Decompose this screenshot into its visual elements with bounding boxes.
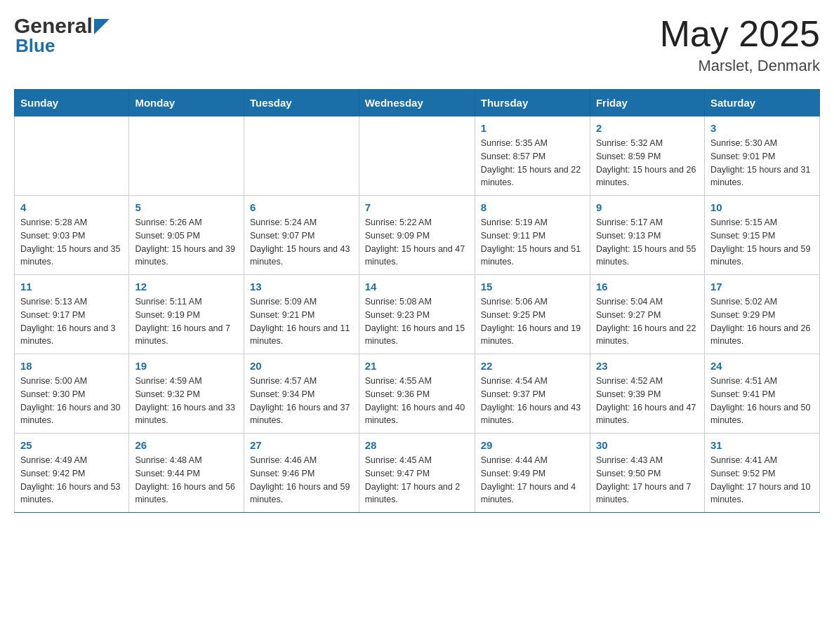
day-info: Sunrise: 4:41 AMSunset: 9:52 PMDaylight:…	[710, 454, 814, 507]
calendar-cell	[359, 116, 475, 196]
calendar-cell: 6Sunrise: 5:24 AMSunset: 9:07 PMDaylight…	[244, 196, 359, 275]
day-info: Sunrise: 4:51 AMSunset: 9:41 PMDaylight:…	[710, 375, 814, 427]
calendar-cell: 19Sunrise: 4:59 AMSunset: 9:32 PMDayligh…	[129, 354, 244, 434]
calendar-cell: 8Sunrise: 5:19 AMSunset: 9:11 PMDaylight…	[475, 196, 590, 275]
calendar-cell: 28Sunrise: 4:45 AMSunset: 9:47 PMDayligh…	[359, 434, 475, 513]
day-info: Sunrise: 4:55 AMSunset: 9:36 PMDaylight:…	[365, 375, 469, 427]
day-info: Sunrise: 5:00 AMSunset: 9:30 PMDaylight:…	[20, 375, 123, 427]
calendar-cell: 2Sunrise: 5:32 AMSunset: 8:59 PMDaylight…	[590, 116, 704, 196]
day-info: Sunrise: 4:52 AMSunset: 9:39 PMDaylight:…	[596, 375, 699, 427]
weekday-header-row: SundayMondayTuesdayWednesdayThursdayFrid…	[15, 90, 820, 116]
day-number: 19	[135, 360, 238, 372]
day-info: Sunrise: 5:02 AMSunset: 9:29 PMDaylight:…	[710, 295, 814, 348]
weekday-header-wednesday: Wednesday	[359, 90, 475, 116]
calendar-cell: 1Sunrise: 5:35 AMSunset: 8:57 PMDaylight…	[475, 116, 590, 196]
title-block: May 2025 Marslet, Denmark	[660, 14, 820, 75]
calendar-cell: 5Sunrise: 5:26 AMSunset: 9:05 PMDaylight…	[129, 196, 244, 275]
day-info: Sunrise: 5:26 AMSunset: 9:05 PMDaylight:…	[135, 216, 238, 269]
day-number: 28	[365, 439, 469, 451]
calendar-cell: 25Sunrise: 4:49 AMSunset: 9:42 PMDayligh…	[15, 434, 129, 513]
weekday-header-thursday: Thursday	[475, 90, 590, 116]
day-info: Sunrise: 5:24 AMSunset: 9:07 PMDaylight:…	[250, 216, 353, 269]
calendar-cell: 17Sunrise: 5:02 AMSunset: 9:29 PMDayligh…	[704, 275, 819, 354]
day-number: 27	[250, 439, 353, 451]
month-year: May 2025	[660, 14, 820, 54]
weekday-header-sunday: Sunday	[15, 90, 129, 116]
calendar-week-4: 18Sunrise: 5:00 AMSunset: 9:30 PMDayligh…	[15, 354, 820, 434]
calendar-cell: 9Sunrise: 5:17 AMSunset: 9:13 PMDaylight…	[590, 196, 704, 275]
calendar-cell: 27Sunrise: 4:46 AMSunset: 9:46 PMDayligh…	[244, 434, 359, 513]
day-info: Sunrise: 5:35 AMSunset: 8:57 PMDaylight:…	[481, 137, 584, 189]
day-info: Sunrise: 5:15 AMSunset: 9:15 PMDaylight:…	[710, 216, 814, 269]
logo-general: General	[14, 14, 93, 38]
day-info: Sunrise: 4:59 AMSunset: 9:32 PMDaylight:…	[135, 375, 238, 427]
day-info: Sunrise: 5:30 AMSunset: 9:01 PMDaylight:…	[710, 137, 814, 189]
day-info: Sunrise: 4:44 AMSunset: 9:49 PMDaylight:…	[481, 454, 584, 507]
calendar-cell	[15, 116, 129, 196]
day-info: Sunrise: 4:49 AMSunset: 9:42 PMDaylight:…	[20, 454, 123, 507]
day-info: Sunrise: 5:08 AMSunset: 9:23 PMDaylight:…	[365, 295, 469, 348]
calendar-cell: 7Sunrise: 5:22 AMSunset: 9:09 PMDaylight…	[359, 196, 475, 275]
day-number: 6	[250, 201, 353, 213]
day-info: Sunrise: 4:54 AMSunset: 9:37 PMDaylight:…	[481, 375, 584, 427]
day-number: 11	[20, 281, 123, 293]
day-info: Sunrise: 5:19 AMSunset: 9:11 PMDaylight:…	[481, 216, 584, 269]
calendar-cell: 30Sunrise: 4:43 AMSunset: 9:50 PMDayligh…	[590, 434, 704, 513]
day-info: Sunrise: 4:48 AMSunset: 9:44 PMDaylight:…	[135, 454, 238, 507]
day-info: Sunrise: 5:13 AMSunset: 9:17 PMDaylight:…	[20, 295, 123, 348]
svg-marker-0	[94, 19, 110, 34]
weekday-header-saturday: Saturday	[704, 90, 819, 116]
day-info: Sunrise: 4:57 AMSunset: 9:34 PMDaylight:…	[250, 375, 353, 427]
day-number: 22	[481, 360, 584, 372]
day-number: 31	[710, 439, 814, 451]
calendar-cell: 26Sunrise: 4:48 AMSunset: 9:44 PMDayligh…	[129, 434, 244, 513]
calendar-cell: 12Sunrise: 5:11 AMSunset: 9:19 PMDayligh…	[129, 275, 244, 354]
weekday-header-friday: Friday	[590, 90, 704, 116]
logo: General Blue	[14, 14, 110, 57]
day-number: 13	[250, 281, 353, 293]
day-number: 1	[481, 122, 584, 134]
calendar-cell: 13Sunrise: 5:09 AMSunset: 9:21 PMDayligh…	[244, 275, 359, 354]
day-number: 15	[481, 281, 584, 293]
calendar-week-5: 25Sunrise: 4:49 AMSunset: 9:42 PMDayligh…	[15, 434, 820, 513]
day-number: 8	[481, 201, 584, 213]
calendar-cell: 16Sunrise: 5:04 AMSunset: 9:27 PMDayligh…	[590, 275, 704, 354]
calendar-cell: 10Sunrise: 5:15 AMSunset: 9:15 PMDayligh…	[704, 196, 819, 275]
day-info: Sunrise: 5:32 AMSunset: 8:59 PMDaylight:…	[596, 137, 699, 189]
day-number: 21	[365, 360, 469, 372]
calendar-cell: 3Sunrise: 5:30 AMSunset: 9:01 PMDaylight…	[704, 116, 819, 196]
day-number: 30	[596, 439, 699, 451]
day-info: Sunrise: 4:43 AMSunset: 9:50 PMDaylight:…	[596, 454, 699, 507]
weekday-header-monday: Monday	[129, 90, 244, 116]
calendar-table: SundayMondayTuesdayWednesdayThursdayFrid…	[14, 89, 820, 513]
day-number: 12	[135, 281, 238, 293]
day-number: 17	[710, 281, 814, 293]
calendar-cell: 22Sunrise: 4:54 AMSunset: 9:37 PMDayligh…	[475, 354, 590, 434]
day-number: 20	[250, 360, 353, 372]
calendar-cell: 14Sunrise: 5:08 AMSunset: 9:23 PMDayligh…	[359, 275, 475, 354]
calendar-cell: 23Sunrise: 4:52 AMSunset: 9:39 PMDayligh…	[590, 354, 704, 434]
day-info: Sunrise: 5:04 AMSunset: 9:27 PMDaylight:…	[596, 295, 699, 348]
day-info: Sunrise: 5:17 AMSunset: 9:13 PMDaylight:…	[596, 216, 699, 269]
calendar-week-2: 4Sunrise: 5:28 AMSunset: 9:03 PMDaylight…	[15, 196, 820, 275]
day-number: 9	[596, 201, 699, 213]
day-number: 10	[710, 201, 814, 213]
day-info: Sunrise: 5:06 AMSunset: 9:25 PMDaylight:…	[481, 295, 584, 348]
day-info: Sunrise: 5:11 AMSunset: 9:19 PMDaylight:…	[135, 295, 238, 348]
day-number: 5	[135, 201, 238, 213]
day-info: Sunrise: 5:09 AMSunset: 9:21 PMDaylight:…	[250, 295, 353, 348]
day-info: Sunrise: 4:46 AMSunset: 9:46 PMDaylight:…	[250, 454, 353, 507]
calendar-cell: 18Sunrise: 5:00 AMSunset: 9:30 PMDayligh…	[15, 354, 129, 434]
page-header: General Blue May 2025 Marslet, Denmark	[14, 14, 820, 75]
day-number: 14	[365, 281, 469, 293]
day-number: 4	[20, 201, 123, 213]
calendar-cell: 21Sunrise: 4:55 AMSunset: 9:36 PMDayligh…	[359, 354, 475, 434]
day-info: Sunrise: 5:28 AMSunset: 9:03 PMDaylight:…	[20, 216, 123, 269]
logo-blue: Blue	[14, 35, 55, 57]
day-number: 24	[710, 360, 814, 372]
calendar-cell: 20Sunrise: 4:57 AMSunset: 9:34 PMDayligh…	[244, 354, 359, 434]
day-number: 23	[596, 360, 699, 372]
calendar-week-1: 1Sunrise: 5:35 AMSunset: 8:57 PMDaylight…	[15, 116, 820, 196]
calendar-cell	[244, 116, 359, 196]
logo-triangle-icon	[94, 19, 110, 34]
